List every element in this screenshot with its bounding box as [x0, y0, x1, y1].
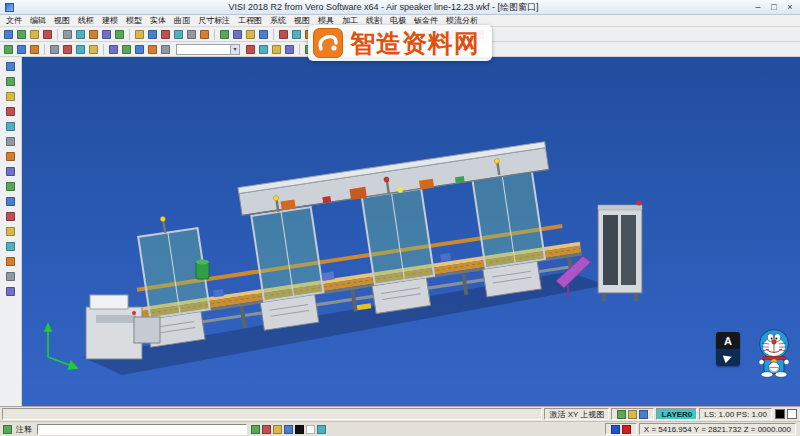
- toolbar-icon[interactable]: [4, 120, 17, 133]
- icon-glyph: [6, 227, 15, 236]
- menu-item[interactable]: 曲面: [170, 15, 194, 27]
- toolbar-icon[interactable]: [4, 210, 17, 223]
- toolbar-icon[interactable]: [100, 28, 113, 41]
- toolbar-icon[interactable]: [628, 410, 637, 419]
- toolbar-icon[interactable]: [4, 60, 17, 73]
- watermark-text: 智造资料网: [350, 31, 480, 56]
- color-swatch-white[interactable]: [787, 409, 797, 419]
- menu-item[interactable]: 实体: [146, 15, 170, 27]
- toolbar-icon[interactable]: [61, 28, 74, 41]
- menu-item[interactable]: 视图: [50, 15, 74, 27]
- toolbar-icon[interactable]: [639, 410, 648, 419]
- toolbar-icon[interactable]: [172, 28, 185, 41]
- toolbar-icon[interactable]: [146, 28, 159, 41]
- toolbar-icon[interactable]: [257, 28, 270, 41]
- toolbar-icon[interactable]: [262, 425, 271, 434]
- color-swatch-black[interactable]: [775, 409, 785, 419]
- toolbar-icon[interactable]: [244, 28, 257, 41]
- toolbar-icon[interactable]: [244, 43, 257, 56]
- toolbar-icon[interactable]: [74, 43, 87, 56]
- toolbar-icon[interactable]: [159, 28, 172, 41]
- toolbar-icon[interactable]: [290, 28, 303, 41]
- chevron-down-icon: ▾: [230, 45, 239, 54]
- toolbar-icon[interactable]: [284, 425, 293, 434]
- toolbar-icon[interactable]: [617, 410, 626, 419]
- command-label: 注释: [16, 424, 32, 435]
- toolbar-icon[interactable]: [61, 43, 74, 56]
- toolbar-icon[interactable]: [2, 43, 15, 56]
- toolbar-icon[interactable]: [4, 135, 17, 148]
- minimize-button[interactable]: –: [750, 0, 766, 14]
- menu-item[interactable]: 工程图: [234, 15, 266, 27]
- toolbar-icon[interactable]: [2, 28, 15, 41]
- toolbar-icon[interactable]: [4, 270, 17, 283]
- toolbar-icon[interactable]: [218, 28, 231, 41]
- toolbar-icon[interactable]: [146, 43, 159, 56]
- toolbar-icon[interactable]: [87, 28, 100, 41]
- toolbar-icon[interactable]: [283, 43, 296, 56]
- toolbar-icon[interactable]: [4, 90, 17, 103]
- toolbar-icon[interactable]: [113, 28, 126, 41]
- toolbar-icon[interactable]: [120, 43, 133, 56]
- viewport-canvas[interactable]: [22, 57, 800, 406]
- toolbar-icon[interactable]: [198, 28, 211, 41]
- text-tool-button[interactable]: A: [716, 332, 740, 349]
- toolbar-icon[interactable]: [4, 285, 17, 298]
- icon-glyph: [6, 122, 15, 131]
- layer-combobox[interactable]: ▾: [176, 44, 240, 55]
- toolbar-icon[interactable]: [28, 28, 41, 41]
- toolbar-icon[interactable]: [317, 425, 326, 434]
- toolbar-icon[interactable]: [295, 425, 304, 434]
- menu-item[interactable]: 尺寸标注: [194, 15, 234, 27]
- menu-item[interactable]: 线框: [74, 15, 98, 27]
- toolbar-icon[interactable]: [273, 425, 282, 434]
- command-icon[interactable]: [3, 425, 12, 434]
- toolbar-icon[interactable]: [133, 28, 146, 41]
- menu-item[interactable]: 编辑: [26, 15, 50, 27]
- snap-icon-group: [605, 423, 637, 435]
- icon-glyph: [246, 45, 255, 54]
- icon-glyph: [292, 30, 301, 39]
- toolbar-icon[interactable]: [133, 43, 146, 56]
- close-button[interactable]: ×: [782, 0, 798, 14]
- toolbar-icon[interactable]: [28, 43, 41, 56]
- active-layer-badge[interactable]: LAYER0: [656, 408, 697, 420]
- command-input[interactable]: [37, 424, 247, 435]
- toolbar-icon[interactable]: [15, 43, 28, 56]
- toolbar-icon[interactable]: [4, 105, 17, 118]
- toolbar-icon[interactable]: [4, 255, 17, 268]
- menu-item[interactable]: 模型: [122, 15, 146, 27]
- toolbar-icon[interactable]: [257, 43, 270, 56]
- menu-item[interactable]: 建模: [98, 15, 122, 27]
- maximize-button[interactable]: □: [766, 0, 782, 14]
- toolbar-icon[interactable]: [74, 28, 87, 41]
- toolbar-icon[interactable]: [4, 75, 17, 88]
- toolbar-icon[interactable]: [231, 28, 244, 41]
- menu-item[interactable]: 系统: [266, 15, 290, 27]
- toolbar-icon[interactable]: [611, 425, 620, 434]
- toolbar-icon[interactable]: [251, 425, 260, 434]
- toolbar-icon[interactable]: [277, 28, 290, 41]
- toolbar-icon[interactable]: [107, 43, 120, 56]
- cursor-icon: [723, 352, 733, 362]
- toolbar-icon[interactable]: [4, 150, 17, 163]
- toolbar-icon[interactable]: [15, 28, 28, 41]
- toolbar-icon[interactable]: [4, 165, 17, 178]
- toolbar-icon[interactable]: [4, 195, 17, 208]
- toolbar-icon[interactable]: [41, 28, 54, 41]
- toolbar-icon[interactable]: [159, 43, 172, 56]
- icon-glyph: [272, 45, 281, 54]
- toolbar-icon[interactable]: [87, 43, 100, 56]
- toolbar-icon[interactable]: [4, 240, 17, 253]
- icon-glyph: [109, 45, 118, 54]
- toolbar-icon[interactable]: [4, 180, 17, 193]
- toolbar-icon[interactable]: [306, 425, 315, 434]
- toolbar-icon[interactable]: [185, 28, 198, 41]
- pointer-tool-button[interactable]: [716, 349, 740, 366]
- active-workplane-label[interactable]: 激活 XY 上视图: [544, 408, 609, 420]
- toolbar-icon[interactable]: [622, 425, 631, 434]
- menu-item[interactable]: 文件: [2, 15, 26, 27]
- toolbar-icon[interactable]: [4, 225, 17, 238]
- toolbar-icon[interactable]: [48, 43, 61, 56]
- toolbar-icon[interactable]: [270, 43, 283, 56]
